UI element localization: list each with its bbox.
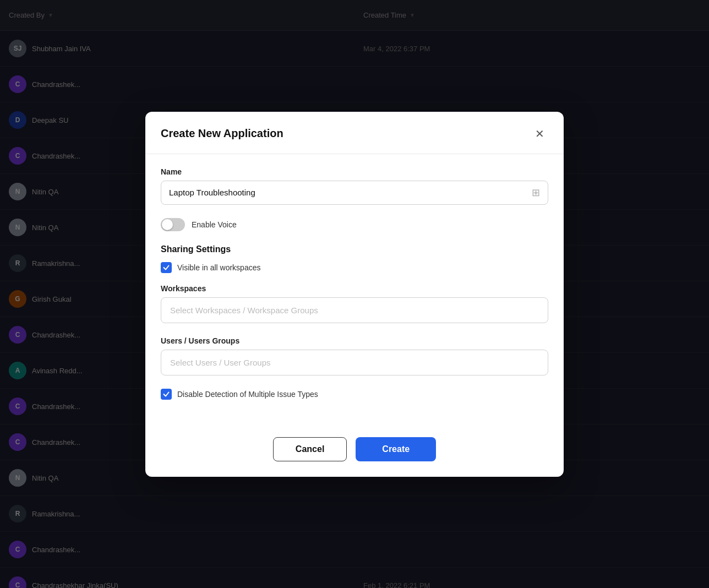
name-field-group: Name ⊞	[161, 167, 548, 205]
users-groups-input[interactable]: Select Users / User Groups	[161, 350, 548, 375]
users-groups-label: Users / Users Groups	[161, 336, 548, 345]
close-icon: ✕	[535, 127, 544, 140]
modal-body: Name ⊞ Enable Voice Sharing Settings	[145, 154, 564, 426]
sharing-settings-section: Sharing Settings Visible in all workspac…	[161, 244, 548, 400]
disable-detection-row: Disable Detection of Multiple Issue Type…	[161, 389, 548, 400]
visible-all-workspaces-checkbox[interactable]	[161, 262, 172, 273]
grid-icon: ⊞	[532, 187, 540, 199]
close-button[interactable]: ✕	[531, 125, 548, 143]
checkmark-icon	[163, 264, 170, 271]
workspaces-field-group: Workspaces Select Workspaces / Workspace…	[161, 284, 548, 323]
enable-voice-toggle[interactable]	[161, 218, 185, 231]
modal-header: Create New Application ✕	[145, 112, 564, 154]
enable-voice-row: Enable Voice	[161, 218, 548, 231]
visible-all-workspaces-row: Visible in all workspaces	[161, 262, 548, 273]
users-groups-placeholder-text: Select Users / User Groups	[170, 358, 271, 367]
create-button[interactable]: Create	[356, 437, 436, 461]
cancel-button[interactable]: Cancel	[273, 437, 347, 461]
workspaces-placeholder-text: Select Workspaces / Workspace Groups	[170, 306, 318, 315]
name-label: Name	[161, 167, 548, 176]
modal-overlay: Create New Application ✕ Name ⊞ Enable V…	[0, 0, 709, 588]
toggle-knob	[162, 219, 173, 230]
checkmark-icon-2	[163, 391, 170, 398]
users-groups-field-group: Users / Users Groups Select Users / User…	[161, 336, 548, 375]
name-input[interactable]	[169, 188, 532, 197]
create-application-modal: Create New Application ✕ Name ⊞ Enable V…	[145, 112, 564, 477]
visible-all-workspaces-label: Visible in all workspaces	[177, 263, 260, 272]
name-input-wrapper[interactable]: ⊞	[161, 181, 548, 205]
sharing-settings-heading: Sharing Settings	[161, 244, 548, 254]
workspaces-label: Workspaces	[161, 284, 548, 293]
workspaces-input[interactable]: Select Workspaces / Workspace Groups	[161, 297, 548, 323]
modal-footer: Cancel Create	[145, 426, 564, 477]
modal-title: Create New Application	[161, 127, 283, 140]
disable-detection-label: Disable Detection of Multiple Issue Type…	[177, 390, 318, 399]
disable-detection-checkbox[interactable]	[161, 389, 172, 400]
enable-voice-label: Enable Voice	[192, 220, 237, 229]
